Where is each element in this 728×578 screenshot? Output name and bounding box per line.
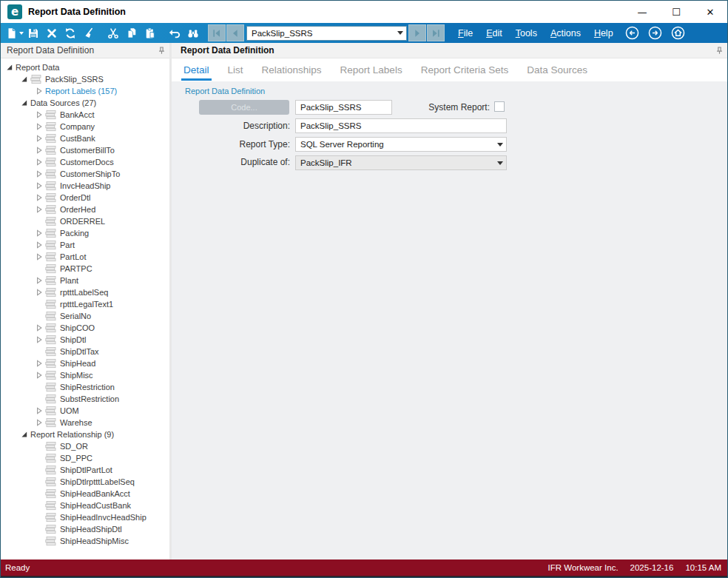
tree-node-label[interactable]: PartLot xyxy=(60,252,86,261)
tree-collapse-icon[interactable] xyxy=(18,431,30,438)
tree-node-label[interactable]: SerialNo xyxy=(60,312,91,320)
record-combobox-value[interactable]: PackSlip_SSRS xyxy=(247,29,394,38)
tree-node-label[interactable]: ShipDtlPartLot xyxy=(60,466,112,474)
tree-node[interactable]: CustomerBillTo xyxy=(1,144,169,156)
tree-node[interactable]: InvcHeadShip xyxy=(1,180,169,192)
tree-node[interactable]: ShipCOO xyxy=(1,322,169,334)
tree-expand-icon[interactable] xyxy=(33,170,45,178)
main-pin-button[interactable] xyxy=(711,46,727,56)
tab-relationships[interactable]: Relationships xyxy=(260,60,324,81)
tree-node[interactable]: CustBank xyxy=(1,132,169,144)
tree-expand-icon[interactable] xyxy=(33,360,45,367)
maximize-button[interactable]: ☐ xyxy=(659,1,693,23)
report-type-arrow[interactable] xyxy=(493,138,506,151)
tab-list[interactable]: List xyxy=(226,60,246,81)
tree-node-label[interactable]: ShipDtl xyxy=(60,335,86,344)
tree-expand-icon[interactable] xyxy=(33,372,45,379)
new-button[interactable] xyxy=(5,24,24,42)
tree-expand-icon[interactable] xyxy=(33,135,45,142)
tree-node-label[interactable]: ShipMisc xyxy=(60,371,93,380)
tree-node[interactable]: PackSlip_SSRS xyxy=(1,73,169,85)
tree-node[interactable]: Part xyxy=(1,239,169,251)
system-report-checkbox[interactable] xyxy=(494,101,505,112)
duplicate-of-combobox[interactable]: PackSlip_IFR xyxy=(295,155,507,170)
tree-expand-icon[interactable] xyxy=(33,336,45,343)
code-field[interactable] xyxy=(295,100,392,115)
record-combobox[interactable]: PackSlip_SSRS xyxy=(246,26,407,41)
duplicate-of-arrow[interactable] xyxy=(493,156,506,169)
paste-button[interactable] xyxy=(141,24,159,42)
menu-edit[interactable]: Edit xyxy=(486,28,502,38)
tree-node-label[interactable]: CustBank xyxy=(60,134,95,143)
tree-node[interactable]: SD_OR xyxy=(1,440,169,452)
tree-node-label[interactable]: ShipRestriction xyxy=(60,383,115,392)
report-type-combobox[interactable]: SQL Server Reporting xyxy=(295,137,507,152)
tree-expand-icon[interactable] xyxy=(33,289,45,296)
tree-node-label[interactable]: CustomerBillTo xyxy=(60,146,115,155)
menu-file[interactable]: File xyxy=(458,28,473,38)
tree-node-label[interactable]: OrderHed xyxy=(60,205,95,214)
tree-node-label[interactable]: Report Labels (157) xyxy=(45,87,117,95)
description-field[interactable] xyxy=(295,118,507,133)
tree-node-label[interactable]: ShipCOO xyxy=(60,323,95,332)
tree-node[interactable]: OrderDtl xyxy=(1,192,169,204)
tree-node[interactable]: rptttLabelSeq xyxy=(1,286,169,298)
tree-node-label[interactable]: SD_OR xyxy=(60,442,88,451)
tree-node-label[interactable]: ORDERREL xyxy=(60,217,105,226)
tree-expand-icon[interactable] xyxy=(33,147,45,154)
tree-node[interactable]: Report Relationship (9) xyxy=(1,429,169,440)
tree-node-label[interactable]: ShipDtlrptttLabelSeq xyxy=(60,477,135,486)
tree-node[interactable]: OrderHed xyxy=(1,204,169,215)
tree-node[interactable]: SubstRestriction xyxy=(1,393,169,405)
tree-node-label[interactable]: rptttLabelSeq xyxy=(60,288,108,297)
tab-report-labels[interactable]: Report Labels xyxy=(338,60,405,81)
clear-button[interactable] xyxy=(79,24,98,42)
tree-expand-icon[interactable] xyxy=(33,182,45,189)
tree-expand-icon[interactable] xyxy=(33,111,45,118)
tree-node-label[interactable]: ShipHeadShipDtl xyxy=(60,525,122,534)
tree-node[interactable]: ShipHeadShipDtl xyxy=(1,523,169,535)
close-button[interactable]: ✕ xyxy=(693,1,727,23)
tree-node[interactable]: SerialNo xyxy=(1,310,169,322)
tree-node-label[interactable]: Packing xyxy=(60,229,89,238)
tree-node-label[interactable]: CustomerShipTo xyxy=(60,169,120,178)
tree-node[interactable]: Company xyxy=(1,121,169,132)
tree-node[interactable]: ShipHeadBankAcct xyxy=(1,488,169,500)
tree-node[interactable]: UOM xyxy=(1,405,169,417)
refresh-button[interactable] xyxy=(61,24,79,42)
tree-node-label[interactable]: Report Relationship (9) xyxy=(30,430,114,439)
tree-node[interactable]: ShipHeadShipMisc xyxy=(1,535,169,547)
tree-node[interactable]: BankAcct xyxy=(1,109,169,121)
tree-expand-icon[interactable] xyxy=(33,324,45,332)
tree-node[interactable]: ShipDtlTax xyxy=(1,346,169,357)
record-combobox-arrow[interactable] xyxy=(394,27,406,40)
forward-button[interactable] xyxy=(647,25,663,41)
code-button[interactable]: Code... xyxy=(199,100,289,115)
tree-node[interactable]: Data Sources (27) xyxy=(1,97,169,109)
tree-expand-icon[interactable] xyxy=(33,241,45,249)
tree-expand-icon[interactable] xyxy=(33,194,45,201)
tree-node[interactable]: PartLot xyxy=(1,251,169,263)
tree-node[interactable]: ShipRestriction xyxy=(1,381,169,393)
tree-node[interactable]: ShipDtlPartLot xyxy=(1,464,169,476)
tab-detail[interactable]: Detail xyxy=(181,60,212,81)
tree-node[interactable]: CustomerShipTo xyxy=(1,168,169,180)
tree-node-label[interactable]: Part xyxy=(60,241,75,249)
tree-node-label[interactable]: SubstRestriction xyxy=(60,394,119,403)
tree-node[interactable]: SD_PPC xyxy=(1,452,169,464)
tree-node-label[interactable]: ShipDtlTax xyxy=(60,347,99,356)
tree-expand-icon[interactable] xyxy=(33,158,45,166)
tree-expand-icon[interactable] xyxy=(33,206,45,213)
tree-node-label[interactable]: ShipHeadBankAcct xyxy=(60,489,130,498)
tree-node-label[interactable]: ShipHeadShipMisc xyxy=(60,537,129,545)
tree-node-label[interactable]: InvcHeadShip xyxy=(60,181,111,190)
tree-node[interactable]: ShipHeadInvcHeadShip xyxy=(1,511,169,523)
delete-button[interactable] xyxy=(42,24,61,42)
tree-node[interactable]: CustomerDocs xyxy=(1,156,169,168)
tree-expand-icon[interactable] xyxy=(33,229,45,237)
tree-pin-button[interactable] xyxy=(153,46,169,56)
tree-collapse-icon[interactable] xyxy=(4,64,16,71)
tree-node-label[interactable]: BankAcct xyxy=(60,110,94,119)
tab-data-sources[interactable]: Data Sources xyxy=(525,60,590,81)
copy-button[interactable] xyxy=(122,24,141,42)
